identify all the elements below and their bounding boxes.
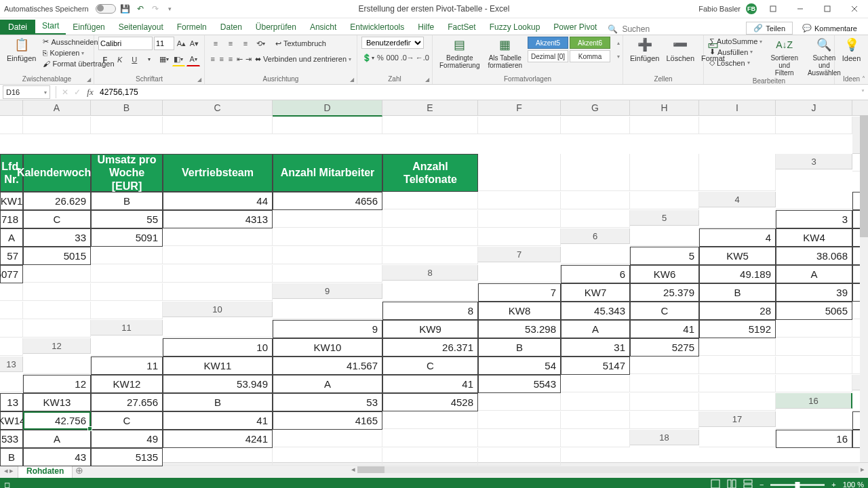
cell-K15[interactable] [699, 393, 776, 411]
font-size-combo[interactable] [154, 37, 174, 50]
cell-G5[interactable]: 5091 [91, 228, 163, 247]
cell-K5[interactable] [478, 228, 561, 246]
cell-G6[interactable]: 5015 [23, 247, 91, 265]
expand-formula-bar-icon[interactable]: ˅ [857, 89, 868, 96]
cell-D14[interactable]: 53.949 [163, 375, 273, 393]
cell-E4[interactable]: C [23, 210, 91, 228]
undo-icon[interactable]: ↶ [135, 3, 146, 14]
cell-C10[interactable]: KW8 [478, 302, 561, 320]
cell-I5[interactable] [273, 228, 382, 246]
row-header-5[interactable]: 5 [630, 210, 699, 226]
borders-button[interactable]: ▦▾ [157, 53, 171, 66]
cell-A6[interactable] [630, 228, 699, 246]
cell-K4[interactable] [561, 210, 630, 228]
cell-C15[interactable]: KW13 [23, 393, 91, 411]
autosave-toggle[interactable] [96, 4, 116, 14]
cell-A17[interactable] [776, 411, 852, 429]
column-header-D[interactable]: D [273, 100, 382, 117]
cell-I13[interactable] [699, 357, 776, 374]
cell-K9[interactable] [91, 302, 163, 319]
cell-D4[interactable]: 31.718 [0, 210, 23, 228]
percent-button[interactable]: % [376, 51, 384, 64]
cell-E8[interactable]: A [776, 265, 852, 283]
format-as-table-button[interactable]: ▦Als Tabelle formatieren [485, 37, 525, 69]
row-header-11[interactable]: 11 [91, 320, 163, 336]
cell-I14[interactable] [630, 375, 699, 392]
cell-F2[interactable]: Anzahl Mitarbeiter [273, 154, 382, 192]
cell-F15[interactable]: 53 [273, 393, 382, 411]
decrease-font-button[interactable]: A▾ [189, 37, 200, 50]
row-header-12[interactable]: 12 [23, 338, 91, 354]
cell-H5[interactable] [163, 228, 273, 246]
autosum-button[interactable]: ∑AutoSumme ▾ [708, 37, 764, 46]
horizontal-scrollbar[interactable]: ◂ ▸ [86, 463, 868, 478]
cell-G10[interactable]: 5065 [776, 302, 852, 320]
cell-E12[interactable]: B [478, 338, 561, 357]
clear-button[interactable]: ◇Löschen ▾ [708, 58, 764, 68]
cell-H14[interactable] [561, 375, 630, 392]
page-layout-view-icon[interactable] [727, 479, 736, 488]
tab-seitenlayout[interactable]: Seitenlayout [112, 20, 170, 35]
decrease-indent-button[interactable]: ⇤ [236, 52, 243, 66]
row-header-16[interactable]: 16 [776, 393, 852, 409]
cell-H2[interactable] [478, 154, 561, 191]
name-box[interactable]: D16▾ [3, 85, 50, 99]
cell-J1[interactable] [699, 117, 776, 134]
row-header-3[interactable]: 3 [776, 154, 852, 169]
cell-G2[interactable]: Anzahl Telefonate [382, 154, 478, 192]
cell-K6[interactable] [382, 247, 478, 264]
column-header-F[interactable]: F [478, 100, 561, 116]
cell-A5[interactable] [699, 210, 776, 228]
cell-F12[interactable]: 31 [561, 338, 630, 357]
cell-G3[interactable]: 4656 [273, 192, 382, 210]
cell-H1[interactable] [561, 117, 630, 134]
cell-E16[interactable]: C [91, 411, 163, 430]
cell-G11[interactable]: 5192 [699, 320, 776, 338]
column-header-J[interactable]: J [776, 100, 852, 116]
search-input[interactable] [620, 24, 677, 35]
minimize-icon[interactable] [789, 3, 811, 15]
cell-K8[interactable] [163, 283, 273, 301]
cell-G14[interactable]: 5543 [478, 375, 561, 393]
cell-B1[interactable] [23, 117, 91, 134]
cell-E13[interactable]: C [382, 357, 478, 375]
cell-D9[interactable]: 25.379 [630, 283, 699, 302]
zoom-level[interactable]: 100 % [843, 481, 864, 488]
cell-B11[interactable]: 9 [273, 320, 382, 338]
cell-H15[interactable] [478, 393, 561, 411]
cell-D15[interactable]: 27.656 [91, 393, 163, 411]
cell-J4[interactable] [478, 210, 561, 228]
cell-A10[interactable] [273, 302, 382, 319]
tab-power-pivot[interactable]: Power Pivot [547, 20, 604, 35]
cell-I12[interactable] [776, 338, 852, 356]
select-all-corner[interactable] [0, 100, 23, 116]
cell-D13[interactable]: 41.567 [273, 357, 382, 375]
align-right-button[interactable]: ≡ [226, 52, 234, 66]
cell-E10[interactable]: C [630, 302, 699, 320]
share-button[interactable]: 🔗Teilen [746, 22, 793, 35]
cell-J5[interactable] [382, 228, 478, 246]
align-bottom-button[interactable]: ≡ [239, 37, 252, 50]
cell-G1[interactable] [478, 117, 561, 134]
cell-I8[interactable] [23, 283, 91, 301]
cell-C3[interactable]: KW1 [0, 192, 23, 210]
cell-F9[interactable]: 39 [776, 283, 852, 302]
cell-F13[interactable]: 54 [478, 357, 561, 375]
cell-G15[interactable]: 4528 [382, 393, 478, 411]
paste-button[interactable]: 📋 Einfügen [4, 37, 39, 68]
cell-F4[interactable]: 55 [91, 210, 163, 228]
tab-ueberpruefen[interactable]: Überprüfen [249, 20, 303, 35]
cell-I4[interactable] [382, 210, 478, 228]
cell-F5[interactable]: 33 [23, 228, 91, 247]
cell-C16[interactable]: KW14 [0, 411, 23, 430]
cell-K17[interactable] [561, 430, 630, 447]
comma-button[interactable]: 000 [386, 51, 399, 64]
page-break-view-icon[interactable] [743, 479, 753, 488]
zoom-out-button[interactable]: − [760, 481, 764, 488]
cell-I17[interactable] [382, 430, 478, 447]
cell-H4[interactable] [273, 210, 382, 228]
tab-formeln[interactable]: Formeln [170, 20, 214, 35]
redo-icon[interactable]: ↷ [150, 3, 161, 14]
row-header-18[interactable]: 18 [630, 430, 699, 445]
close-icon[interactable] [844, 3, 865, 15]
